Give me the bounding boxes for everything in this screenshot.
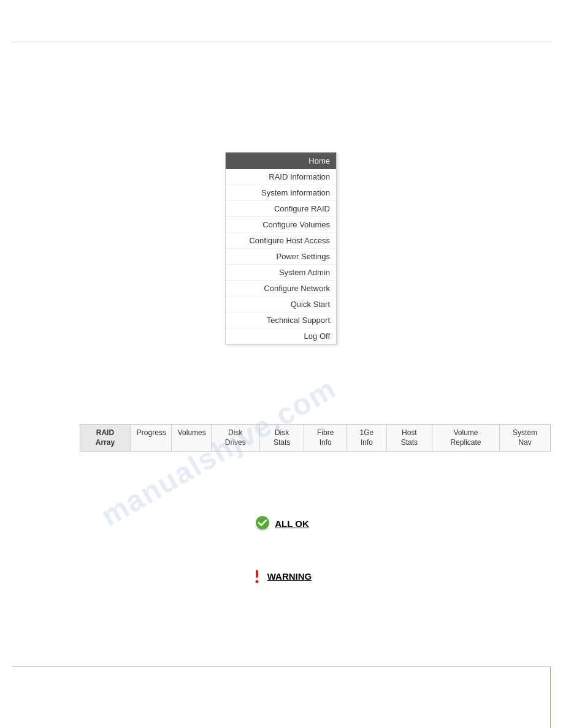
menu-technical-support[interactable]: Technical Support (226, 313, 336, 328)
warning-row: WARNING (251, 569, 312, 583)
menu-raid-information[interactable]: RAID Information (226, 169, 336, 185)
svg-rect-1 (256, 570, 258, 578)
menu-log-off[interactable]: Log Off (226, 328, 336, 344)
menu-configure-host-access[interactable]: Configure Host Access (226, 233, 336, 249)
tab-host-stats[interactable]: Host Stats (387, 425, 432, 451)
tab-progress[interactable]: Progress (131, 425, 172, 451)
menu-system-information[interactable]: System Information (226, 185, 336, 201)
tab-volumes[interactable]: Volumes (172, 425, 212, 451)
tab-volume-replicate[interactable]: Volume Replicate (432, 425, 500, 451)
menu-header: Home (226, 153, 336, 169)
status-section: ALL OK WARNING (0, 515, 563, 583)
tab-disk-stats[interactable]: Disk Stats (260, 425, 305, 451)
watermark: manualshjve.com (95, 371, 342, 533)
warning-label: WARNING (267, 571, 312, 582)
navigation-dropdown: Home RAID InformationSystem InformationC… (225, 152, 337, 344)
tab-fibre-info[interactable]: Fibre Info (304, 425, 347, 451)
tab-system-nav[interactable]: System Nav (500, 425, 550, 451)
warning-icon (251, 569, 262, 583)
menu-system-admin[interactable]: System Admin (226, 265, 336, 281)
menu-quick-start[interactable]: Quick Start (226, 297, 336, 313)
tab-bar: RAID ArrayProgressVolumesDisk DrivesDisk… (80, 424, 551, 452)
tab-1ge-info[interactable]: 1Ge Info (347, 425, 387, 451)
all-ok-row: ALL OK (254, 515, 309, 532)
bottom-divider (12, 666, 551, 667)
menu-configure-raid[interactable]: Configure RAID (226, 201, 336, 217)
right-vertical-rule (550, 667, 551, 728)
tab-raid-array[interactable]: RAID Array (80, 425, 131, 451)
menu-configure-network[interactable]: Configure Network (226, 281, 336, 297)
checkmark-icon (254, 515, 271, 532)
top-divider (12, 42, 551, 42)
tab-disk-drives[interactable]: Disk Drives (212, 425, 260, 451)
svg-point-2 (255, 580, 258, 583)
menu-power-settings[interactable]: Power Settings (226, 249, 336, 265)
all-ok-label: ALL OK (275, 518, 309, 529)
menu-configure-volumes[interactable]: Configure Volumes (226, 217, 336, 233)
